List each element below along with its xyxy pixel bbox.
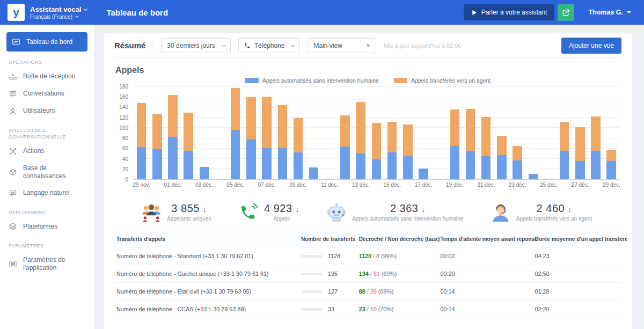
- table-header-row: Transferts d'appelsNombre de transfertsD…: [114, 231, 621, 247]
- bar-segment-automated: [544, 179, 554, 179]
- kpi-appels-transferes-vers-un-agent: 2 460↓Appels transférés vers un agent: [491, 202, 592, 222]
- bar-segment-automated: [513, 160, 522, 179]
- language-selector[interactable]: Français (France): [30, 14, 87, 20]
- sidebar-item-label: Langage naturel: [23, 189, 70, 197]
- x-tick-label: 09 déc.: [289, 182, 307, 188]
- bar-group: [290, 87, 306, 179]
- calls-chart: 020406080100120140160180 29 nov.01 déc.0…: [114, 87, 621, 193]
- bar-segment-transferred: [184, 113, 193, 151]
- missed-count: 8: [376, 253, 379, 259]
- kpi-number: 2 363: [390, 202, 419, 214]
- kpi-value: 4 923↓: [264, 202, 299, 215]
- sidebar-item-actions[interactable]: Actions: [5, 143, 89, 160]
- legend-item-appels-transferes-vers-un-agent[interactable]: Appels transférés vers un agent: [394, 77, 491, 84]
- transfer-count: 1128: [328, 253, 340, 259]
- x-tick-label: 17 déc.: [415, 182, 433, 188]
- answered-cell: 1120 / 8 (99%): [359, 253, 441, 259]
- user-menu[interactable]: Thomas G.: [588, 9, 631, 16]
- sidebar-item-label: Actions: [23, 147, 44, 155]
- bar-segment-automated: [246, 140, 256, 179]
- date-range-dropdown[interactable]: 30 derniers jours: [161, 38, 230, 53]
- bar-group: [196, 87, 212, 179]
- transfer-bar-track: [301, 273, 323, 275]
- talk-to-assistant-button[interactable]: Parler à votre assistant: [464, 4, 555, 20]
- chart-legend: Appels automatisés sans intervention hum…: [114, 77, 621, 84]
- legend-item-appels-automatises-sans-intervention-humaine[interactable]: Appels automatisés sans intervention hum…: [245, 77, 379, 84]
- kpi-text: 2 363↓Appels automatisés sans interventi…: [352, 202, 463, 222]
- sidebar-item-parametres-de-l-application[interactable]: Paramètres de l'application: [5, 252, 89, 276]
- add-view-button[interactable]: Ajouter une vue: [561, 38, 621, 54]
- sidebar-item-plateformes[interactable]: Plateformes: [5, 218, 89, 235]
- view-value: Main view: [313, 42, 342, 49]
- divider: [153, 40, 153, 51]
- x-tick-label: 15 déc.: [383, 182, 401, 188]
- bar-segment-transferred: [497, 136, 507, 155]
- bar-group: [306, 87, 321, 179]
- bar-segment-automated: [497, 155, 507, 179]
- bar-segment-automated: [481, 156, 491, 179]
- sidebar-item-tableau-de-bord[interactable]: Tableau de bord: [6, 32, 87, 52]
- x-tick-label: 13 déc.: [352, 182, 370, 188]
- bar-segment-automated: [387, 152, 397, 179]
- sidebar-item-langage-naturel[interactable]: Langage naturel: [5, 185, 89, 202]
- sidebar-section-label: INTELLIGENCE CONVERSATIONNELLE: [9, 127, 85, 141]
- bar-group: [494, 87, 509, 179]
- sidebar-item-utilisateurs[interactable]: Utilisateurs: [5, 103, 89, 120]
- talk-button-label: Parler à votre assistant: [481, 9, 547, 16]
- missed-count: 39: [370, 288, 377, 295]
- kpi-label: Appels automatisés sans intervention hum…: [352, 216, 463, 222]
- bar-group: [447, 87, 463, 179]
- x-tick-label: 25 déc.: [540, 182, 558, 188]
- assistant-switcher[interactable]: Assistant vocal: [30, 5, 87, 13]
- x-tick-label: 01 déc.: [164, 182, 182, 188]
- x-tick-label: 21 déc.: [477, 182, 495, 188]
- bar-segment-automated: [262, 148, 272, 179]
- user-name: Thomas G.: [588, 9, 623, 16]
- bar-segment-automated: [152, 149, 162, 179]
- sidebar-section-label: OPÉRATIONS: [9, 59, 85, 66]
- sidebar-item-label: Paramètres de l'application: [23, 256, 85, 272]
- last-updated-text: Mis à jour aujourd'hui à 02:06: [384, 42, 461, 49]
- sidebar-item-label: Plateformes: [23, 223, 57, 231]
- legend-swatch: [245, 78, 259, 83]
- bar-group: [321, 87, 337, 179]
- answered-cell: 23 / 10 (70%): [359, 306, 441, 312]
- phone-icon: [238, 202, 259, 222]
- kpi-label: Appels: [273, 216, 290, 222]
- bar-segment-automated: [325, 179, 334, 179]
- y-tick-label: 0: [125, 177, 128, 182]
- bar-segment-transferred: [403, 125, 413, 156]
- bar-group: [604, 87, 619, 179]
- open-assistant-external-button[interactable]: [558, 4, 574, 21]
- external-link-icon: [562, 9, 570, 17]
- sidebar-item-conversations[interactable]: Conversations: [5, 85, 89, 103]
- view-dropdown[interactable]: Main view: [308, 38, 376, 53]
- chevron-down-icon: [75, 14, 78, 18]
- wait-time-cell: 00:14: [440, 288, 535, 295]
- filter-row: Résumé 30 derniers jours Téléphone Main …: [114, 33, 621, 58]
- kpi-label: Appels transférés vers un agent: [516, 216, 592, 222]
- app-logo[interactable]: y: [8, 4, 25, 21]
- x-tick-label: 03 déc.: [195, 182, 213, 188]
- transfer-count: 33: [328, 306, 334, 312]
- platforms-icon: [9, 222, 17, 231]
- logo-letter: y: [13, 6, 19, 19]
- bar-segment-automated: [294, 152, 303, 179]
- trend-down-arrow: ↓: [421, 206, 425, 214]
- users-icon: [9, 107, 17, 115]
- y-tick-label: 160: [119, 94, 128, 100]
- bar-segment-automated: [403, 156, 413, 179]
- x-tick-label: 29 nov.: [133, 182, 150, 188]
- sidebar-item-base-de-connaissances[interactable]: Base de connaissances: [5, 160, 89, 185]
- answered-cell: 88 / 39 (69%): [359, 288, 441, 295]
- top-header: y Assistant vocal Français (France) Tabl…: [0, 0, 644, 25]
- kpi-number: 4 923: [264, 202, 292, 214]
- bar-group: [431, 87, 447, 179]
- sidebar-item-boite-de-reception[interactable]: Boîte de réception: [5, 68, 89, 85]
- bar-segment-automated: [184, 151, 193, 179]
- bar-segment-automated: [215, 179, 225, 179]
- answer-rate: (99%): [381, 253, 397, 259]
- bar-segment-automated: [309, 167, 319, 179]
- bar-segment-automated: [560, 151, 569, 180]
- channel-dropdown[interactable]: Téléphone: [238, 38, 301, 53]
